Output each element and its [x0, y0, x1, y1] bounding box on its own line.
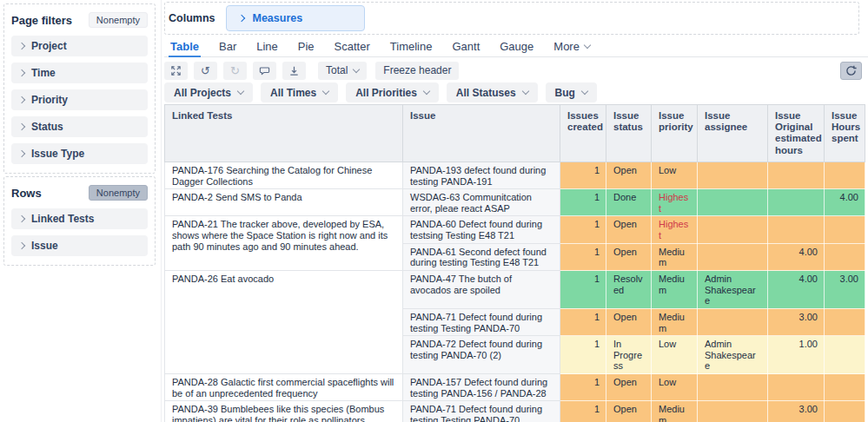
estimated-cell: 3.00	[768, 401, 825, 422]
spent-cell	[825, 216, 865, 243]
measures-chip[interactable]: Measures	[226, 5, 365, 31]
created-cell: 1	[560, 308, 606, 335]
chevron-down-icon	[581, 88, 588, 95]
total-dropdown[interactable]: Total	[318, 62, 367, 80]
issue-cell: PANDA-61 Second defect found during test…	[403, 243, 560, 270]
created-cell: 1	[560, 401, 606, 422]
tab-pie[interactable]: Pie	[298, 39, 315, 56]
status-cell: Open	[606, 216, 652, 243]
status-cell: Resolved	[606, 271, 652, 309]
linked-test-cell: PANDA-26 Eat avocado	[165, 271, 403, 374]
estimated-cell: 4.00	[768, 271, 825, 309]
issue-cell: PANDA-71 Defect found during testing Tes…	[403, 308, 560, 335]
priority-cell: Low	[652, 162, 698, 188]
chevron-down-icon	[237, 88, 244, 95]
chevron-right-icon	[18, 69, 25, 76]
redo-button: ↻	[223, 62, 247, 80]
spent-cell	[825, 243, 865, 270]
chevron-right-icon	[18, 150, 25, 157]
estimated-cell	[768, 189, 825, 216]
column-header-issue-priority[interactable]: Issue priority	[652, 105, 698, 162]
freeze-header-button[interactable]: Freeze header	[375, 62, 459, 80]
created-cell: 1	[560, 336, 606, 374]
priority-cell: Medium	[652, 243, 698, 270]
priority-cell: Low	[652, 336, 698, 374]
page-filters-title: Page filters	[11, 14, 72, 27]
priority-cell: Medium	[652, 271, 698, 309]
column-header-issue-original-estimated-hours[interactable]: Issue Original estimated hours	[768, 105, 825, 162]
estimated-cell: 3.00	[768, 308, 825, 335]
tab-more[interactable]: More	[553, 39, 590, 56]
chevron-right-icon	[18, 43, 25, 49]
page-filters-nonempty-toggle[interactable]: Nonempty	[89, 12, 148, 28]
tab-timeline[interactable]: Timeline	[390, 39, 433, 56]
estimated-cell	[768, 162, 825, 188]
assignee-cell: Admin Shakespeare	[698, 336, 768, 374]
status-cell: Open	[606, 374, 652, 401]
report-table: Linked TestsIssueIssues createdIssue sta…	[164, 104, 865, 422]
refresh-button[interactable]	[840, 62, 862, 80]
tab-bar[interactable]: Bar	[219, 39, 236, 56]
chevron-right-icon	[18, 242, 25, 249]
row-dim-linked-tests[interactable]: Linked Tests	[11, 208, 148, 229]
filter-dim-status[interactable]: Status	[11, 116, 148, 137]
expand-button[interactable]	[164, 62, 188, 80]
priority-cell: Medium	[652, 401, 698, 422]
comment-icon	[259, 65, 270, 76]
export-button[interactable]	[282, 62, 306, 80]
assignee-cell	[698, 308, 768, 335]
assignee-cell: Admin Shakespeare	[698, 271, 768, 309]
status-cell: Open	[606, 308, 652, 335]
status-cell: Open	[606, 401, 652, 422]
column-header-linked-tests[interactable]: Linked Tests	[165, 105, 403, 162]
filter-bug[interactable]: Bug	[546, 82, 597, 102]
tab-gauge[interactable]: Gauge	[500, 39, 533, 56]
filter-dim-time[interactable]: Time	[11, 63, 148, 83]
created-cell: 1	[560, 243, 606, 270]
filter-all-statuses[interactable]: All Statuses	[447, 82, 538, 102]
linked-test-cell: PANDA-176 Searching the Catalog for Chin…	[165, 162, 403, 188]
filter-dim-priority[interactable]: Priority	[11, 89, 148, 110]
rows-nonempty-toggle[interactable]: Nonempty	[89, 185, 148, 201]
tab-gantt[interactable]: Gantt	[452, 39, 480, 56]
total-label: Total	[326, 65, 348, 76]
created-cell: 1	[560, 189, 606, 216]
tab-scatter[interactable]: Scatter	[335, 39, 370, 56]
tab-line[interactable]: Line	[256, 39, 278, 56]
column-header-issue-assignee[interactable]: Issue assignee	[698, 105, 768, 162]
assignee-cell	[698, 216, 768, 243]
filter-dim-issue-type[interactable]: Issue Type	[11, 143, 148, 164]
issue-cell: PANDA-72 Defect found during testing PAN…	[403, 336, 560, 374]
status-cell: In Progress	[606, 336, 652, 374]
filter-all-priorities[interactable]: All Priorities	[346, 82, 439, 102]
chevron-down-icon	[584, 41, 591, 48]
issue-cell: PANDA-71 Defect found during testing Tes…	[403, 401, 560, 422]
column-header-issue[interactable]: Issue	[403, 105, 560, 162]
undo-button[interactable]: ↺	[194, 62, 217, 80]
row-dim-issue[interactable]: Issue	[11, 235, 148, 256]
chevron-right-icon	[18, 215, 25, 222]
created-cell: 1	[560, 216, 606, 243]
rows-title: Rows	[11, 187, 42, 200]
issue-cell: PANDA-193 defect found during testing PA…	[403, 162, 560, 188]
column-header-issue-status[interactable]: Issue status	[606, 105, 652, 162]
status-cell: Open	[606, 162, 652, 188]
estimated-cell	[768, 374, 825, 401]
tab-table[interactable]: Table	[170, 39, 199, 56]
priority-cell: Highest	[652, 216, 698, 243]
issue-cell: PANDA-47 The butch of avocados are spoil…	[403, 271, 560, 309]
spent-cell	[825, 162, 865, 188]
assignee-cell	[698, 162, 768, 188]
measures-chip-label: Measures	[252, 12, 302, 24]
chart-type-tabs: TableBarLinePieScatterTimelineGanttGauge…	[164, 39, 868, 57]
filter-dim-project[interactable]: Project	[11, 36, 148, 56]
spent-cell: 3.00	[825, 271, 865, 309]
filter-all-projects[interactable]: All Projects	[164, 82, 253, 102]
spent-cell	[825, 374, 865, 401]
estimated-cell	[768, 216, 825, 243]
created-cell: 1	[560, 374, 606, 401]
column-header-issues-created[interactable]: Issues created	[560, 105, 606, 162]
filter-all-times[interactable]: All Times	[261, 82, 338, 102]
column-header-issue-hours-spent[interactable]: Issue Hours spent	[825, 105, 865, 162]
comment-button[interactable]	[253, 62, 276, 80]
